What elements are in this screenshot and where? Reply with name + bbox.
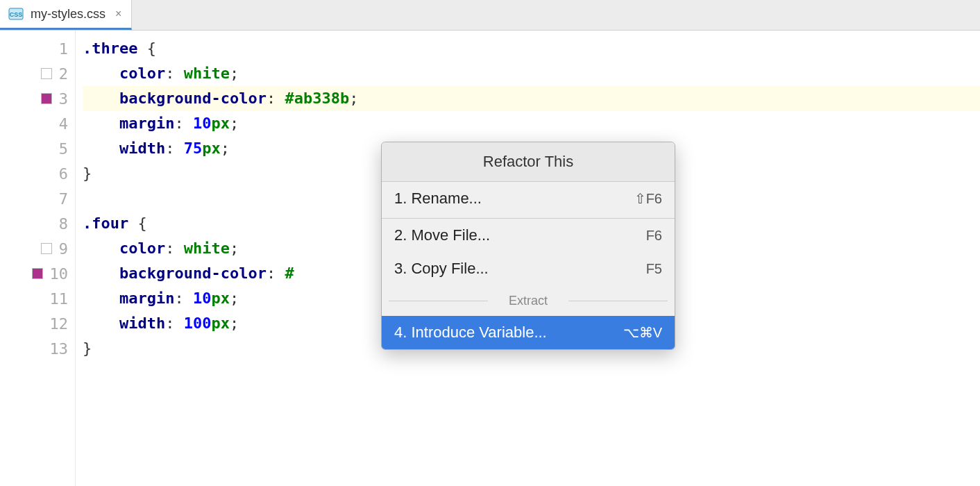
gutter-line: 4: [0, 111, 75, 136]
gutter-line: 7: [0, 186, 75, 211]
gutter-line: 10: [0, 261, 75, 286]
gutter-line: 5: [0, 136, 75, 161]
gutter-line: 12: [0, 311, 75, 336]
menu-item-rename[interactable]: 1. Rename... ⇧F6: [382, 182, 675, 215]
gutter-line: 1: [0, 36, 75, 61]
code-line: color: white;: [83, 61, 980, 86]
tab-bar: CSS my-styles.css ×: [0, 0, 980, 31]
gutter-line: 2: [0, 61, 75, 86]
gutter-line: 13: [0, 336, 75, 361]
refactor-popup: Refactor This 1. Rename... ⇧F6 2. Move F…: [381, 142, 675, 350]
gutter-line: 3: [0, 86, 75, 111]
close-icon[interactable]: ×: [115, 8, 121, 20]
menu-item-label: 4. Introduce Variable...: [394, 320, 547, 345]
tab-filename: my-styles.css: [31, 7, 105, 22]
gutter-line: 11: [0, 286, 75, 311]
gutter: 1 2 3 4 5 6 7 8 9 10 11 12 13: [0, 31, 75, 486]
color-swatch[interactable]: [32, 268, 43, 279]
menu-item-copy-file[interactable]: 3. Copy File... F5: [382, 252, 675, 285]
popup-title: Refactor This: [382, 142, 675, 182]
gutter-line: 9: [0, 236, 75, 261]
code-line-highlighted: background-color: #ab338b;: [83, 86, 980, 111]
menu-item-shortcut: ⌥⌘V: [623, 320, 662, 345]
menu-item-label: 1. Rename...: [394, 186, 482, 211]
menu-item-label: 2. Move File...: [394, 223, 490, 248]
editor-tab[interactable]: CSS my-styles.css ×: [0, 0, 132, 30]
code-area[interactable]: .three { color: white; background-color:…: [75, 31, 980, 486]
color-swatch[interactable]: [41, 68, 52, 79]
menu-item-shortcut: F6: [646, 223, 662, 248]
editor: 1 2 3 4 5 6 7 8 9 10 11 12 13 .three { c…: [0, 31, 980, 486]
menu-item-shortcut: ⇧F6: [634, 186, 662, 211]
menu-item-introduce-variable[interactable]: 4. Introduce Variable... ⌥⌘V: [382, 316, 675, 349]
code-line: .three {: [83, 36, 980, 61]
color-swatch[interactable]: [41, 243, 52, 254]
color-swatch[interactable]: [41, 93, 52, 104]
popup-section-header: Extract: [382, 285, 675, 316]
menu-item-label: 3. Copy File...: [394, 256, 489, 281]
css-file-icon: CSS: [7, 5, 25, 23]
gutter-line: 6: [0, 161, 75, 186]
menu-item-shortcut: F5: [646, 256, 662, 281]
code-line: margin: 10px;: [83, 111, 980, 136]
svg-text:CSS: CSS: [10, 11, 23, 18]
menu-item-move-file[interactable]: 2. Move File... F6: [382, 219, 675, 252]
gutter-line: 8: [0, 211, 75, 236]
